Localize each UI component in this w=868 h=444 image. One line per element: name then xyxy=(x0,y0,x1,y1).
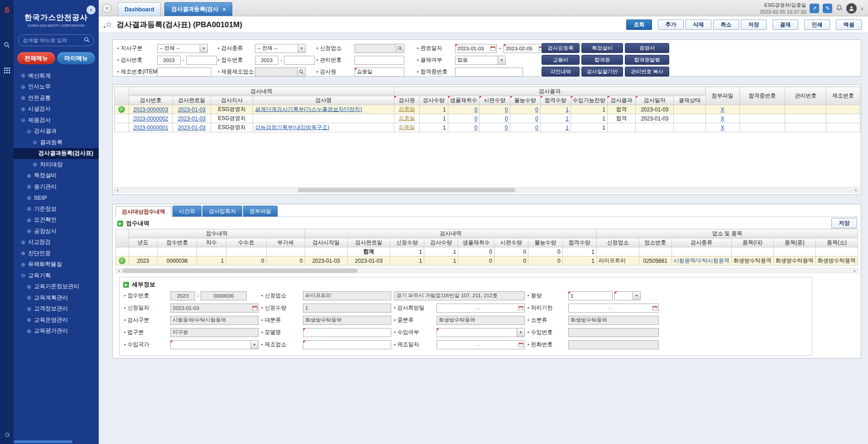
cell-link[interactable]: 설계단계검사기록부(가스누출경보차단장치) xyxy=(255,106,362,112)
toolbar-button-1[interactable]: 추가 xyxy=(658,19,684,30)
open-window-icon[interactable]: ↗ xyxy=(810,4,819,13)
row-selector[interactable] xyxy=(115,114,129,123)
cell-link[interactable]: 0 xyxy=(505,125,508,131)
sidebar-collapse-button[interactable]: ‹ xyxy=(86,5,96,14)
row-selector[interactable]: ✓ xyxy=(115,105,129,114)
toolbar-button-5[interactable]: 결재 xyxy=(772,19,798,30)
menu-grid-icon[interactable] xyxy=(0,63,14,77)
sidebar-item[interactable]: ⊕예산회계 xyxy=(14,70,99,82)
action-button-3[interactable]: 교통비 xyxy=(542,55,580,65)
hamburger-icon[interactable]: ≡ xyxy=(102,4,111,13)
calendar-icon[interactable] xyxy=(252,305,257,310)
cell-link[interactable]: 2023-0000003 xyxy=(133,106,168,113)
complete-date-from[interactable]: 2023-01-03 xyxy=(455,44,497,53)
cell-link[interactable]: 0 xyxy=(535,116,538,122)
sidebar-item[interactable]: ⊕기준정보 xyxy=(14,203,99,215)
cell-link[interactable]: X xyxy=(721,125,724,131)
notification-bell-icon[interactable] xyxy=(836,4,843,13)
approval-select[interactable]: 없음▼ xyxy=(455,56,506,65)
sidebar-item[interactable]: ⊕처리대장 xyxy=(14,159,99,170)
toolbar-button-2[interactable]: 삭제 xyxy=(686,19,711,30)
cell-link[interactable]: 0 xyxy=(475,106,478,113)
scrollbar-thumb[interactable] xyxy=(298,188,515,192)
sidebar-item[interactable]: ⊖교육기획 xyxy=(14,270,99,281)
sidebar-item[interactable]: ⊕안전공통 xyxy=(14,92,99,104)
applicant-search-input[interactable] xyxy=(355,44,404,53)
sidebar-item[interactable]: ⊖검사결과 xyxy=(14,126,99,137)
sidebar-item[interactable]: ⊕고객정보관리 xyxy=(14,304,99,315)
cell-link[interactable]: X xyxy=(721,106,724,113)
action-button-6[interactable]: 각인내역 xyxy=(542,67,580,77)
row-selector[interactable] xyxy=(115,123,129,132)
sidebar-item[interactable]: ⊕교육계획관리 xyxy=(14,292,99,304)
detail-capacity-input[interactable]: 1 xyxy=(568,291,613,300)
grid-row[interactable]: 2023-00000022023-01-03ESG경영처김종일100011합격2… xyxy=(115,114,860,123)
sidebar-item[interactable]: ⊕공장심사 xyxy=(14,226,99,237)
sidebar-item[interactable]: ⊕시설검사 xyxy=(14,104,99,115)
calendar-icon[interactable] xyxy=(518,342,523,347)
cell-link[interactable]: 2023-0000002 xyxy=(133,116,168,122)
product-maker-search-input[interactable] xyxy=(255,68,306,77)
search-icon[interactable] xyxy=(396,44,404,53)
cell-link[interactable]: 2023-01-03 xyxy=(178,106,206,113)
inspector-link[interactable]: 김종일 xyxy=(398,124,415,130)
item-no-input[interactable] xyxy=(157,68,211,77)
inspection-no-year-input[interactable]: 2023 xyxy=(157,56,181,65)
tab-active[interactable]: 검사결과등록(검사× xyxy=(164,2,232,16)
sidebar-item[interactable]: ⊕SEIP xyxy=(14,193,99,204)
cell-link[interactable]: 0 xyxy=(535,106,538,113)
favorite-star-icon[interactable]: ☆+ xyxy=(105,20,112,29)
all-menu-button[interactable]: 전체메뉴 xyxy=(17,52,55,64)
cell-link[interactable]: 0 xyxy=(475,125,478,131)
gear-icon[interactable] xyxy=(0,428,14,441)
detail-model-input[interactable] xyxy=(303,328,391,337)
sidebar-item[interactable]: ⊕요건확인 xyxy=(14,215,99,226)
cell-link[interactable]: 2023-01-03 xyxy=(178,125,206,131)
action-button-2[interactable]: 증명서 xyxy=(625,43,669,53)
search-icon[interactable] xyxy=(84,37,90,44)
sidebar-item[interactable]: ⊕사고점검 xyxy=(14,237,99,248)
action-button-0[interactable]: 검사표등록 xyxy=(542,43,580,53)
chevron-down-icon[interactable]: ∨ xyxy=(860,6,863,11)
bottom-tab[interactable]: 검사입회자 xyxy=(202,206,242,217)
inspection-no-serial-input[interactable] xyxy=(186,56,217,65)
edit-window-icon[interactable]: ✎ xyxy=(823,4,832,13)
sidebar-item[interactable]: ⊕유해화학물질 xyxy=(14,259,99,270)
cell-link[interactable]: 0 xyxy=(475,116,478,122)
sidebar-item[interactable]: 검사결과등록(검사표) xyxy=(14,148,99,159)
chevron-down-icon[interactable]: ▼ xyxy=(633,292,640,300)
avatar[interactable] xyxy=(846,3,857,14)
scroll-left-icon[interactable]: ◄ xyxy=(115,188,120,192)
inspection-kind-select[interactable]: -- 전체 --▼ xyxy=(255,44,306,53)
sidebar-item[interactable]: ⊕교육운영관리 xyxy=(14,314,99,326)
scroll-left-icon[interactable]: ◄ xyxy=(116,268,121,273)
sidebar-item[interactable]: ⊕인사노무 xyxy=(14,82,99,93)
grid-row[interactable]: ✓2023-00000032023-01-03ESG경영처설계단계검사기록부(가… xyxy=(115,105,860,114)
grid-row[interactable]: 2023-00000012023-01-03ESG경영처성능검정기록부(내압방폭… xyxy=(115,123,860,132)
toolbar-button-3[interactable]: 취소 xyxy=(713,19,739,30)
action-button-4[interactable]: 합격증 xyxy=(581,55,623,65)
chevron-down-icon[interactable]: ▼ xyxy=(297,44,305,53)
toolbar-button-0[interactable]: 조회 xyxy=(626,19,652,30)
chevron-down-icon[interactable]: ▼ xyxy=(498,56,505,64)
bottom-tab[interactable]: 첨부파일 xyxy=(243,206,278,217)
inspector-link[interactable]: 김종일 xyxy=(398,106,415,112)
chevron-down-icon[interactable]: ▼ xyxy=(517,328,524,337)
cell-link[interactable]: 1 xyxy=(566,125,569,131)
cell-link[interactable]: 0 xyxy=(505,106,508,113)
action-button-7[interactable]: 검사일괄기안 xyxy=(581,67,623,77)
inspector-input[interactable]: 김종일 xyxy=(355,68,404,77)
chevron-down-icon[interactable]: ▼ xyxy=(250,341,258,349)
calendar-icon[interactable] xyxy=(652,305,657,310)
cell-link[interactable]: 0 xyxy=(535,125,538,131)
sidebar-item[interactable]: ⊖제품검사 xyxy=(14,115,99,126)
grid-horizontal-scrollbar[interactable]: ◄ ► xyxy=(114,187,859,193)
sidebar-scrollbar[interactable] xyxy=(14,440,72,443)
tab-close-icon[interactable]: × xyxy=(222,6,225,13)
receipt-no-year-input[interactable]: 2023 xyxy=(255,56,278,65)
row-selector[interactable]: ✓ xyxy=(116,256,129,265)
cert-no-input[interactable] xyxy=(455,68,523,77)
cell-link[interactable]: 성능검정기록부(내압방폭구조) xyxy=(255,124,329,130)
complete-date-to[interactable]: 2023-02-05 xyxy=(504,44,545,53)
sidebar-item[interactable]: ⊕용기관리 xyxy=(14,181,99,193)
